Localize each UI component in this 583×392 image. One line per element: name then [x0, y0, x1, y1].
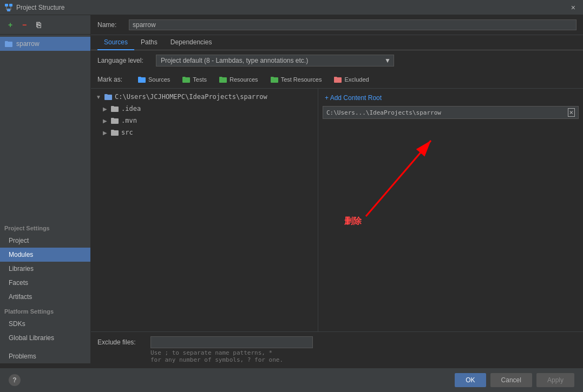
tree-label-src: src: [121, 129, 133, 136]
tree-root-split: ▼ C:\Users\JCJHOMEPC\IdeaProjects\sparro…: [91, 88, 583, 331]
folder-icon-mvn: [110, 117, 119, 124]
sidebar-item-sdks[interactable]: SDKs: [0, 317, 90, 331]
name-row: Name:: [91, 15, 583, 35]
cancel-button[interactable]: Cancel: [490, 373, 532, 387]
window-title: Project Structure: [16, 4, 64, 11]
sidebar-item-global-libraries[interactable]: Global Libraries: [0, 331, 90, 345]
language-level-label: Language level:: [97, 57, 152, 64]
mark-tests-button[interactable]: Tests: [178, 74, 211, 85]
annotation-area: 删除: [323, 130, 579, 238]
exclude-right: Use ; to separate name patterns, * for a…: [150, 336, 577, 363]
svg-rect-1: [9, 4, 12, 6]
tree-arrow-idea: ▶: [102, 106, 108, 112]
mark-sources-button[interactable]: Sources: [133, 74, 174, 85]
sidebar-item-modules[interactable]: Modules: [0, 248, 90, 262]
bottom-left: ?: [9, 374, 21, 386]
content-root-close-icon[interactable]: ×: [568, 108, 575, 117]
tree-expand-icon: ▼: [95, 94, 102, 100]
tab-sources[interactable]: Sources: [97, 35, 134, 50]
content-root-item: C:\Users...\IdeaProjects\sparrow ×: [323, 106, 579, 119]
excluded-folder-icon: [333, 76, 342, 83]
tab-paths[interactable]: Paths: [134, 35, 164, 50]
tree-item-src[interactable]: ▶ src: [91, 127, 318, 138]
title-bar-left: Project Structure: [4, 3, 64, 12]
mark-as-row: Mark as: Sources Tests Resources: [91, 71, 583, 88]
module-list: sparrow: [0, 35, 90, 221]
apply-button[interactable]: Apply: [536, 373, 574, 387]
chinese-annotation: 删除: [344, 216, 362, 227]
sidebar-toolbar: + − ⎘: [0, 15, 90, 35]
close-icon[interactable]: ×: [568, 2, 579, 13]
sidebar-scrollbar[interactable]: [0, 363, 90, 368]
sidebar-item-project[interactable]: Project: [0, 234, 90, 248]
sidebar: + − ⎘ sparrow Project Settings Project M…: [0, 15, 91, 368]
add-module-button[interactable]: +: [4, 19, 16, 31]
language-level-select[interactable]: Project default (8 - Lambdas, type annot…: [156, 55, 394, 67]
module-folder-icon: [4, 40, 13, 48]
resources-folder-icon: [219, 76, 227, 83]
content-area: Name: Sources Paths Dependencies Languag…: [91, 15, 583, 368]
bottom-bar: ? OK Cancel Apply: [0, 368, 583, 392]
sidebar-item-artifacts[interactable]: Artifacts: [0, 290, 90, 304]
folder-icon-idea: [110, 105, 119, 112]
sidebar-item-libraries[interactable]: Libraries: [0, 262, 90, 276]
title-bar: Project Structure ×: [0, 0, 583, 15]
copy-module-button[interactable]: ⎘: [32, 19, 44, 31]
help-button[interactable]: ?: [9, 374, 21, 386]
sources-folder-icon: [137, 76, 146, 83]
content-root-panel: + Add Content Root C:\Users...\IdeaProje…: [318, 89, 583, 331]
tree-root-item[interactable]: ▼ C:\Users\JCJHOMEPC\IdeaProjects\sparro…: [91, 91, 318, 103]
exclude-files-label: Exclude files:: [97, 336, 146, 346]
tree-arrow-mvn: ▶: [102, 118, 108, 124]
language-level-row: Language level: Project default (8 - Lam…: [91, 50, 583, 71]
platform-settings-section-label: Platform Settings: [0, 304, 90, 317]
name-label: Name:: [97, 21, 125, 29]
sidebar-item-problems[interactable]: Problems: [0, 349, 90, 363]
exclude-hint: Use ; to separate name patterns, * for a…: [150, 349, 577, 363]
mark-excluded-button[interactable]: Excluded: [329, 74, 373, 85]
tree-label-idea: .idea: [121, 105, 141, 112]
module-name-sparrow: sparrow: [16, 40, 40, 48]
mark-as-label: Mark as:: [97, 76, 130, 83]
project-structure-icon: [4, 3, 13, 12]
tree-item-idea[interactable]: ▶ .idea: [91, 103, 318, 115]
file-tree: ▼ C:\Users\JCJHOMEPC\IdeaProjects\sparro…: [91, 89, 318, 331]
svg-rect-0: [5, 4, 8, 6]
svg-line-8: [366, 141, 431, 216]
ok-button[interactable]: OK: [455, 373, 486, 387]
root-folder-icon: [104, 93, 113, 101]
tests-folder-icon: [182, 76, 191, 83]
test-resources-folder-icon: [270, 76, 279, 83]
folder-icon-src: [110, 129, 119, 136]
tab-dependencies[interactable]: Dependencies: [164, 35, 219, 50]
tree-item-mvn[interactable]: ▶ .mvn: [91, 115, 318, 127]
project-settings-section-label: Project Settings: [0, 221, 90, 234]
content-root-path: C:\Users...\IdeaProjects\sparrow: [326, 109, 441, 116]
name-input[interactable]: [129, 19, 577, 30]
tabs-bar: Sources Paths Dependencies: [91, 35, 583, 50]
exclude-row: Exclude files: Use ; to separate name pa…: [91, 331, 583, 368]
sidebar-item-facets[interactable]: Facets: [0, 276, 90, 290]
tree-label-mvn: .mvn: [121, 117, 137, 124]
language-level-wrapper: Project default (8 - Lambdas, type annot…: [156, 55, 394, 67]
tree-arrow-src: ▶: [102, 130, 108, 136]
exclude-files-input[interactable]: [150, 336, 313, 348]
bottom-right: OK Cancel Apply: [455, 373, 574, 387]
tree-root-path: C:\Users\JCJHOMEPC\IdeaProjects\sparrow: [115, 93, 267, 101]
remove-module-button[interactable]: −: [18, 19, 30, 31]
add-content-root-button[interactable]: + Add Content Root: [323, 93, 579, 103]
mark-resources-button[interactable]: Resources: [214, 74, 263, 85]
module-item-sparrow[interactable]: sparrow: [0, 37, 90, 51]
mark-test-resources-button[interactable]: Test Resources: [266, 74, 326, 85]
